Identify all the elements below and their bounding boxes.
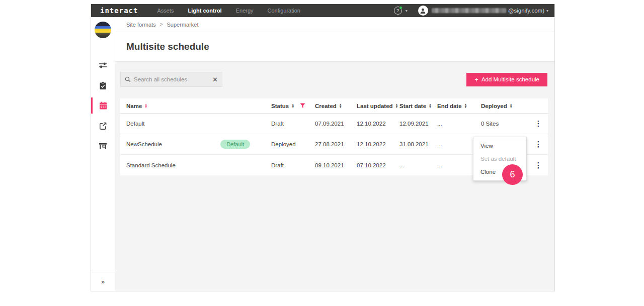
- page: interact Assets Light control Energy Con…: [0, 0, 644, 306]
- menu-item-set-as-default: Set as default: [473, 152, 526, 165]
- breadcrumb-site-formats[interactable]: Site formats: [126, 22, 156, 28]
- column-header-deployed[interactable]: Deployed ▲▼: [481, 103, 529, 109]
- top-nav-right: ? ▾ @signify.com) ▾: [394, 6, 548, 16]
- user-menu-caret-icon: ▾: [546, 9, 548, 13]
- title-bar: Multisite schedule: [115, 32, 554, 62]
- cell-last-updated: 07.10.2022: [357, 162, 399, 168]
- cell-created: 09.10.2021: [315, 162, 357, 168]
- interact-logo: interact: [100, 7, 138, 15]
- cell-created: 27.08.2021: [315, 141, 357, 147]
- breadcrumb: Site formats > Supermarket: [115, 17, 554, 32]
- sidebar: »: [91, 17, 115, 291]
- cell-name: Standard Schedule: [120, 162, 271, 168]
- redacted-username: [432, 8, 506, 13]
- clipboard-check-icon: [99, 81, 107, 90]
- help-notification-dot: [399, 6, 403, 10]
- search-icon: [125, 76, 131, 82]
- search-input[interactable]: [134, 76, 212, 82]
- clear-search-icon[interactable]: ✕: [212, 76, 218, 83]
- annotation-step-badge: 6: [502, 164, 523, 185]
- row-menu-kebab-icon[interactable]: ⋮: [529, 140, 548, 149]
- row-menu-kebab-icon[interactable]: ⋮: [529, 161, 548, 170]
- sort-icon: ▲▼: [510, 104, 513, 108]
- help-caret-icon[interactable]: ▾: [406, 9, 408, 13]
- user-email[interactable]: @signify.com) ▾: [432, 8, 548, 14]
- content-area: ✕ + Add Multisite schedule Name ▲▼: [115, 62, 554, 291]
- sort-icon: ▲▼: [144, 104, 147, 108]
- column-header-end-date[interactable]: End date ▲▼: [437, 103, 481, 109]
- email-suffix: @signify.com): [508, 8, 544, 14]
- sidebar-expand-button[interactable]: »: [91, 272, 115, 291]
- cell-start-date: 12.09.2021: [399, 121, 437, 127]
- cell-last-updated: 12.10.2022: [357, 141, 399, 147]
- top-nav: interact Assets Light control Energy Con…: [91, 4, 554, 17]
- sort-icon: ▲▼: [429, 104, 432, 108]
- store-shelf-icon: [99, 142, 107, 150]
- add-button-label: Add Multisite schedule: [481, 76, 539, 82]
- nav-item-assets[interactable]: Assets: [157, 8, 174, 14]
- cell-status: Draft: [271, 162, 315, 168]
- calendar-icon: [99, 101, 107, 110]
- cell-end-date: ...: [437, 121, 481, 127]
- help-icon[interactable]: ?: [394, 7, 402, 15]
- sidebar-item-export[interactable]: [91, 116, 115, 136]
- tune-icon: [99, 61, 107, 69]
- cell-start-date: ...: [399, 162, 437, 168]
- default-badge: Default: [220, 140, 250, 149]
- cell-name: NewSchedule Default: [120, 140, 271, 149]
- person-icon: [420, 8, 426, 14]
- cell-status: Deployed: [271, 141, 315, 147]
- sidebar-item-schedules[interactable]: [91, 95, 115, 116]
- column-header-last-updated[interactable]: Last updated ▲▼: [357, 103, 399, 109]
- cell-deployed: 0 Sites: [481, 121, 529, 127]
- column-header-status[interactable]: Status ▲▼: [271, 103, 315, 109]
- app-window: interact Assets Light control Energy Con…: [91, 4, 555, 291]
- add-multisite-schedule-button[interactable]: + Add Multisite schedule: [466, 73, 547, 86]
- cell-start-date: 31.08.2021: [399, 141, 437, 147]
- sort-icon: ▲▼: [339, 104, 342, 108]
- nav-item-energy[interactable]: Energy: [236, 8, 254, 14]
- cell-name: Default: [120, 121, 271, 127]
- sidebar-item-store-layout[interactable]: [91, 136, 115, 156]
- main-area: Site formats > Supermarket Multisite sch…: [115, 17, 554, 291]
- breadcrumb-separator: >: [160, 22, 163, 27]
- row-menu-kebab-icon[interactable]: ⋮: [529, 119, 548, 128]
- user-avatar[interactable]: [418, 6, 428, 16]
- search-box[interactable]: ✕: [120, 72, 222, 87]
- toolbar: ✕ + Add Multisite schedule: [115, 72, 554, 87]
- help-glyph: ?: [396, 8, 399, 13]
- sort-icon: ▲▼: [395, 104, 398, 108]
- open-in-new-icon: [99, 122, 107, 130]
- table-header: Name ▲▼ Status ▲▼ Creat: [120, 98, 548, 114]
- nav-item-configuration[interactable]: Configuration: [268, 8, 300, 14]
- cell-status: Draft: [271, 121, 315, 127]
- page-title: Multisite schedule: [126, 41, 209, 52]
- sidebar-item-tasks[interactable]: [91, 75, 115, 95]
- filter-icon[interactable]: [300, 103, 305, 109]
- chevrons-right-icon: »: [101, 278, 105, 285]
- sidebar-item-settings[interactable]: [91, 55, 115, 75]
- cell-last-updated: 12.10.2022: [357, 121, 399, 127]
- sort-icon: ▲▼: [291, 104, 294, 108]
- nav-items: Assets Light control Energy Configuratio…: [157, 8, 300, 14]
- nav-item-light-control[interactable]: Light control: [188, 8, 221, 14]
- menu-item-view[interactable]: View: [473, 139, 526, 152]
- column-header-created[interactable]: Created ▲▼: [315, 103, 357, 109]
- sort-icon: ▲▼: [464, 104, 467, 108]
- breadcrumb-supermarket[interactable]: Supermarket: [167, 22, 199, 28]
- plus-icon: +: [474, 76, 478, 83]
- column-header-start-date[interactable]: Start date ▲▼: [399, 103, 437, 109]
- table-row[interactable]: Default Draft 07.09.2021 12.10.2022 12.0…: [120, 114, 548, 134]
- sidebar-icons: [91, 55, 115, 156]
- column-header-name[interactable]: Name ▲▼: [120, 103, 271, 109]
- cell-created: 07.09.2021: [315, 121, 357, 127]
- site-logo[interactable]: [95, 22, 111, 38]
